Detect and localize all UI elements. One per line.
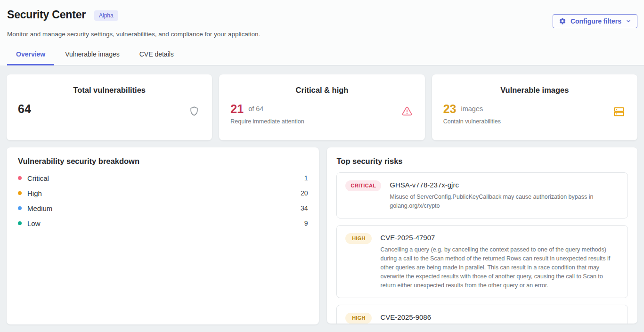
high-dot-icon <box>18 191 22 195</box>
breakdown-label: Medium <box>27 204 52 212</box>
breakdown-value: 1 <box>304 174 308 182</box>
stat-value-row: 21 of 64 <box>230 102 413 115</box>
medium-dot-icon <box>18 206 22 210</box>
vulnerable-images-value: 23 <box>443 102 457 115</box>
risk-body: GHSA-v778-237x-gjrc Misuse of ServerConf… <box>390 180 619 211</box>
breakdown-value: 34 <box>301 204 308 212</box>
top-risks-title: Top security risks <box>336 157 628 166</box>
shield-icon <box>188 105 200 119</box>
total-vulnerabilities-value: 64 <box>18 102 31 115</box>
risk-description: Misuse of ServerConfig.PublicKeyCallback… <box>390 193 619 211</box>
stat-card-subtitle: Require immediate attention <box>230 118 413 125</box>
main-content: Total vulnerabilities 64 Critical & high… <box>0 65 644 324</box>
stat-card-subtitle: Contain vulnerabilities <box>443 118 626 125</box>
critical-dot-icon <box>18 176 22 180</box>
breakdown-label: Low <box>27 219 41 227</box>
risk-id: GHSA-v778-237x-gjrc <box>390 180 619 190</box>
breakdown-row-high: High 20 <box>18 186 308 201</box>
risk-description: Cancelling a query (e.g. by cancelling t… <box>380 245 619 290</box>
stat-card-title: Total vulnerabilities <box>7 86 212 95</box>
risk-item-cve-2025-47907[interactable]: HIGH CVE-2025-47907 Cancelling a query (… <box>336 225 628 298</box>
title-row: Security Center Alpha Configure filters <box>0 8 644 29</box>
severity-badge-critical: CRITICAL <box>345 180 381 191</box>
alert-triangle-icon <box>401 105 413 119</box>
severity-badge-high: HIGH <box>345 233 372 244</box>
breakdown-value: 20 <box>301 189 308 197</box>
stat-card-critical-high: Critical & high 21 of 64 Require immedia… <box>219 74 424 140</box>
server-icon <box>613 105 625 120</box>
stat-card-vulnerable-images: Vulnerable images 23 images Contain vuln… <box>432 74 637 140</box>
page-subtitle: Monitor and manage security settings, vu… <box>0 31 644 38</box>
configure-filters-label: Configure filters <box>571 17 621 25</box>
tab-bar: Overview Vulnerable images CVE details <box>7 46 644 65</box>
breakdown-row-critical: Critical 1 <box>18 170 308 186</box>
breakdown-title: Vulnerability security breakdown <box>18 157 308 166</box>
critical-high-value: 21 <box>230 102 244 115</box>
alpha-badge: Alpha <box>94 10 118 21</box>
tab-cve-details[interactable]: CVE details <box>130 46 183 65</box>
gear-icon <box>559 17 566 25</box>
breakdown-label: High <box>27 189 42 197</box>
breakdown-row-low: Low 9 <box>18 216 308 231</box>
bottom-row: Vulnerability security breakdown Critica… <box>7 147 637 324</box>
configure-filters-button[interactable]: Configure filters <box>553 14 637 28</box>
risk-item-cve-2025-9086[interactable]: HIGH CVE-2025-9086 <box>336 305 628 324</box>
breakdown-value: 9 <box>304 219 308 227</box>
stat-card-title: Critical & high <box>219 86 424 95</box>
breakdown-label: Critical <box>27 174 49 182</box>
stat-card-title: Vulnerable images <box>432 86 637 95</box>
stat-value-suffix: of 64 <box>248 105 263 113</box>
stat-card-total-vulnerabilities: Total vulnerabilities 64 <box>7 74 212 140</box>
risk-id: CVE-2025-47907 <box>380 233 619 243</box>
risk-item-ghsa-v778-237x-gjrc[interactable]: CRITICAL GHSA-v778-237x-gjrc Misuse of S… <box>336 172 628 219</box>
vulnerability-breakdown-card: Vulnerability security breakdown Critica… <box>7 147 319 324</box>
stat-value-row: 23 images <box>443 102 626 115</box>
tab-overview[interactable]: Overview <box>7 46 54 65</box>
stat-card-row: Total vulnerabilities 64 Critical & high… <box>7 74 637 140</box>
chevron-down-icon <box>626 18 631 24</box>
page-header: Security Center Alpha Configure filters … <box>0 0 644 65</box>
stat-value-suffix: images <box>461 105 483 113</box>
tab-vulnerable-images[interactable]: Vulnerable images <box>56 46 128 65</box>
risk-body: CVE-2025-47907 Cancelling a query (e.g. … <box>380 233 619 290</box>
stat-value-row: 64 <box>18 102 201 115</box>
breakdown-rows: Critical 1 High 20 Medium 34 Low 9 <box>18 170 308 231</box>
risk-id: CVE-2025-9086 <box>380 313 619 322</box>
breakdown-row-medium: Medium 34 <box>18 201 308 216</box>
severity-badge-high: HIGH <box>345 313 372 324</box>
top-security-risks-card: Top security risks CRITICAL GHSA-v778-23… <box>327 147 637 324</box>
low-dot-icon <box>18 221 22 225</box>
page-title: Security Center <box>7 8 86 21</box>
risk-body: CVE-2025-9086 <box>380 313 619 324</box>
